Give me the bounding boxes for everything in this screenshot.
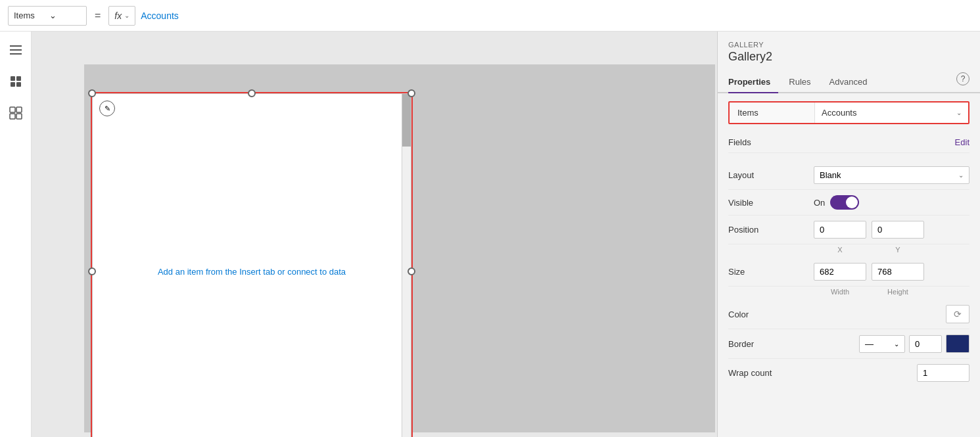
gallery-inner: ✎ Add an item from the Insert tab or con… [92, 93, 411, 437]
gallery-scrollbar[interactable] [402, 94, 411, 437]
svg-rect-5 [11, 82, 15, 87]
svg-rect-8 [16, 107, 22, 112]
position-x-label: X [814, 246, 866, 254]
position-label: Position [728, 225, 814, 235]
gallery-placeholder-text: Add an item from the Insert tab or conne… [158, 266, 346, 276]
panel-section-label: GALLERY [728, 41, 969, 49]
position-x-input[interactable] [814, 221, 866, 239]
items-property-label: Items [730, 103, 815, 123]
tab-advanced[interactable]: Advanced [829, 72, 875, 93]
color-row: Color ⟳ [728, 300, 969, 329]
svg-rect-10 [16, 114, 22, 119]
wrap-count-label: Wrap count [728, 368, 814, 378]
panel-content: Items Accounts ⌄ Fields Edit Layout Blan… [718, 93, 980, 437]
svg-rect-6 [16, 82, 21, 87]
visible-label: Visible [728, 198, 814, 208]
canvas-area: ✎ Add an item from the Insert tab or con… [32, 32, 717, 437]
size-height-input[interactable] [872, 263, 924, 281]
panel-tabs: Properties Rules Advanced [718, 72, 980, 93]
layout-label: Layout [728, 170, 814, 180]
formula-value: Accounts [141, 11, 179, 21]
fx-button[interactable]: fx ⌄ [108, 6, 135, 26]
border-label: Border [728, 339, 814, 349]
size-sublabels: Width Height [814, 288, 969, 296]
border-line-chevron-icon: ⌄ [894, 340, 899, 348]
layout-value: Blank [820, 170, 841, 180]
items-chevron-icon: ⌄ [956, 109, 962, 116]
visible-toggle-container: On [814, 195, 859, 210]
handle-top-center[interactable] [248, 89, 256, 97]
color-swatch-container: ⟳ [814, 305, 969, 323]
border-row: Border — ⌄ [728, 329, 969, 359]
main-container: ✎ Add an item from the Insert tab or con… [0, 32, 980, 437]
svg-rect-1 [10, 49, 22, 51]
color-label: Color [728, 310, 814, 319]
layout-chevron-icon: ⌄ [958, 172, 964, 179]
items-dropdown-label: Items [14, 11, 45, 20]
size-inputs [814, 263, 969, 281]
svg-rect-7 [10, 107, 15, 112]
svg-rect-4 [16, 76, 21, 81]
items-property-row: Items Accounts ⌄ [728, 101, 969, 124]
right-panel: GALLERY Gallery2 ? Properties Rules Adva… [717, 32, 980, 437]
handle-mid-right[interactable] [408, 267, 415, 275]
handle-top-right[interactable] [408, 89, 415, 97]
position-row: Position [728, 216, 969, 244]
sidebar-icon-hamburger[interactable] [5, 39, 26, 60]
size-height-label: Height [872, 288, 924, 296]
visible-row: Visible On [728, 190, 969, 216]
layout-select[interactable]: Blank ⌄ [814, 166, 969, 184]
sidebar-icon-layers[interactable] [5, 71, 26, 92]
handle-mid-left[interactable] [88, 267, 96, 275]
panel-title: Gallery2 [728, 50, 969, 64]
chevron-down-icon: ⌄ [49, 11, 81, 20]
size-row: Size [728, 258, 969, 287]
visible-on-label: On [814, 198, 825, 208]
position-inputs [814, 221, 969, 239]
fx-chevron-icon: ⌄ [124, 12, 129, 19]
svg-rect-3 [11, 76, 15, 81]
canvas-inner: ✎ Add an item from the Insert tab or con… [84, 64, 715, 432]
help-icon[interactable]: ? [956, 72, 969, 85]
equals-sign: = [95, 10, 101, 22]
items-value-text: Accounts [822, 108, 856, 118]
left-sidebar [0, 32, 32, 437]
gallery-component[interactable]: ✎ Add an item from the Insert tab or con… [91, 92, 413, 437]
border-line-select[interactable]: — ⌄ [859, 335, 905, 353]
sidebar-icon-components[interactable] [5, 103, 26, 124]
wrap-count-input[interactable] [917, 364, 969, 382]
color-icon: ⟳ [954, 309, 962, 319]
fx-icon: fx [114, 11, 122, 21]
border-line-icon: — [865, 339, 874, 349]
layout-row: Layout Blank ⌄ [728, 161, 969, 190]
handle-top-left[interactable] [88, 89, 96, 97]
tab-properties[interactable]: Properties [728, 72, 778, 93]
svg-rect-9 [10, 114, 15, 119]
gallery-scrollbar-thumb[interactable] [402, 94, 411, 147]
wrap-count-row: Wrap count [728, 359, 969, 387]
visible-toggle[interactable] [830, 195, 859, 210]
svg-rect-0 [10, 45, 22, 47]
border-width-input[interactable] [909, 335, 942, 353]
size-width-label: Width [814, 288, 866, 296]
items-property-value[interactable]: Accounts ⌄ [815, 103, 968, 123]
panel-header: GALLERY Gallery2 ? [718, 32, 980, 68]
edit-pencil-icon[interactable]: ✎ [99, 101, 115, 116]
size-width-input[interactable] [814, 263, 866, 281]
size-label: Size [728, 267, 814, 277]
position-y-input[interactable] [872, 221, 924, 239]
svg-rect-2 [10, 53, 22, 55]
fields-label: Fields [728, 137, 814, 147]
position-y-label: Y [872, 246, 924, 254]
position-sublabels: X Y [814, 246, 969, 254]
color-swatch[interactable]: ⟳ [946, 305, 969, 323]
border-color-swatch[interactable] [946, 334, 969, 353]
fields-edit-button[interactable]: Edit [955, 137, 969, 147]
items-dropdown[interactable]: Items ⌄ [8, 6, 87, 26]
top-bar: Items ⌄ = fx ⌄ Accounts [0, 0, 980, 32]
tab-rules[interactable]: Rules [789, 72, 818, 93]
fields-row: Fields Edit [728, 132, 969, 153]
